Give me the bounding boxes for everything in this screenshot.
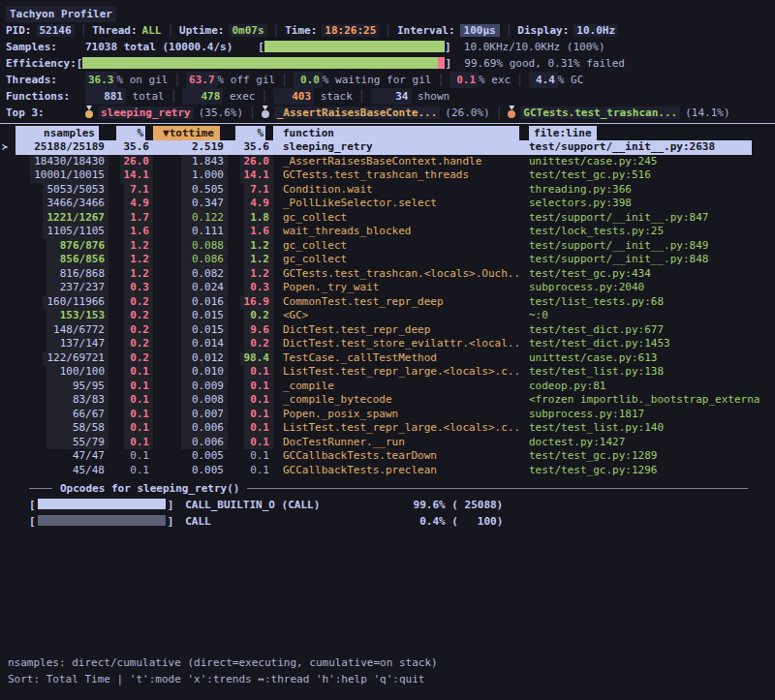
cell-tottime: 0.005 bbox=[181, 449, 228, 464]
table-row[interactable]: ≻ 25188/25189 35.6 2.519 35.6 sleeping_r… bbox=[0, 140, 775, 155]
table-row[interactable]: 55/79 0.1 0.006 0.1 DocTestRunner.__run … bbox=[0, 436, 775, 450]
cell-cumulative-pct: 0.1 bbox=[244, 393, 273, 408]
profile-table: nsamples % ▼tottime % function file:line… bbox=[0, 126, 775, 477]
cell-direct-pct: 26.0 bbox=[120, 155, 154, 169]
table-row[interactable]: 47/47 0.1 0.005 0.1 GCCallbackTests.tear… bbox=[0, 449, 775, 464]
table-row[interactable]: 148/6772 0.2 0.015 9.6 DictTest.test_rep… bbox=[0, 323, 775, 338]
table-row[interactable]: 160/11966 0.2 0.016 16.9 CommonTest.test… bbox=[0, 295, 775, 310]
cell-function: GCTests.test_trashcan.<locals>.Ouch... bbox=[273, 267, 521, 282]
column-header-pct2[interactable]: % bbox=[235, 126, 265, 140]
cell-cumulative-pct: 1.2 bbox=[244, 253, 273, 267]
cell-file-line: test/test_gc.py:434 bbox=[521, 267, 775, 282]
top3-entry: GCTests.test_trashcan...(14.1%)│ bbox=[508, 107, 748, 119]
cell-direct-pct: 0.2 bbox=[124, 309, 153, 323]
column-header-tottime-sorted[interactable]: ▼tottime bbox=[153, 126, 220, 140]
cell-nsamples: 100/100 bbox=[46, 365, 108, 380]
cell-direct-pct: 0.1 bbox=[124, 365, 153, 380]
table-row[interactable]: 816/868 1.2 0.082 1.2 GCTests.test_trash… bbox=[0, 267, 775, 282]
column-header-nsamples[interactable]: nsamples bbox=[16, 126, 99, 140]
cell-file-line: unittest/case.py:613 bbox=[521, 351, 775, 366]
cell-nsamples: 148/6772 bbox=[46, 323, 108, 338]
cell-cumulative-pct: 26.0 bbox=[240, 155, 274, 169]
table-row[interactable]: 100/100 0.1 0.010 0.1 ListTest.test_repr… bbox=[0, 365, 775, 380]
separator: │ bbox=[173, 74, 180, 86]
table-row[interactable]: 58/58 0.1 0.006 0.1 ListTest.test_repr_l… bbox=[0, 421, 775, 436]
column-header-pct[interactable]: % bbox=[116, 126, 145, 140]
opcode-stat: 99.6% ( 25088) bbox=[410, 498, 503, 514]
cell-tottime: 0.008 bbox=[181, 393, 228, 408]
cell-direct-pct: 0.2 bbox=[124, 351, 153, 366]
cell-nsamples: 856/856 bbox=[46, 253, 108, 267]
cell-tottime: 0.088 bbox=[181, 239, 228, 254]
table-row[interactable]: 45/48 0.1 0.005 0.1 GCCallbackTests.prec… bbox=[0, 464, 775, 478]
cell-direct-pct: 1.6 bbox=[124, 225, 153, 239]
cell-file-line: test/test_dict.py:1453 bbox=[521, 337, 775, 351]
table-row[interactable]: 237/237 0.3 0.024 0.3 Popen._try_wait su… bbox=[0, 281, 775, 295]
cell-file-line: codeop.py:81 bbox=[521, 380, 775, 394]
cell-nsamples: 83/83 bbox=[46, 393, 108, 408]
column-header-function[interactable]: function bbox=[273, 126, 519, 140]
cell-tottime: 0.082 bbox=[181, 267, 228, 282]
table-row[interactable]: 66/67 0.1 0.007 0.1 Popen._posix_spawn s… bbox=[0, 408, 775, 422]
samples-rate-bar bbox=[264, 41, 445, 52]
title-line: Tachyon Profiler bbox=[6, 6, 775, 22]
cell-nsamples: 3466/3466 bbox=[43, 197, 108, 211]
table-row[interactable]: 3466/3466 4.9 0.347 4.9 _PollLikeSelecto… bbox=[0, 197, 775, 211]
efficiency-text: 99.69% good, 0.31% failed bbox=[464, 57, 625, 70]
cell-nsamples: 58/58 bbox=[46, 421, 108, 436]
header-panel: Tachyon Profiler PID:52146│Thread:ALL│Up… bbox=[0, 0, 775, 121]
cell-tottime: 1.843 bbox=[181, 155, 228, 169]
status-item: Time:18:26:25│ bbox=[285, 24, 397, 37]
table-row[interactable]: 137/147 0.2 0.014 0.2 DictTest.test_stor… bbox=[0, 337, 775, 351]
column-header-file-line[interactable]: file:line bbox=[529, 126, 597, 140]
functions-stat: 478 exec│ bbox=[182, 90, 273, 103]
cell-cumulative-pct: 7.1 bbox=[244, 183, 273, 198]
cell-direct-pct: 4.9 bbox=[124, 197, 153, 211]
cell-tottime: 0.012 bbox=[181, 351, 228, 366]
cell-direct-pct: 0.1 bbox=[124, 449, 153, 464]
cell-direct-pct: 35.6 bbox=[120, 140, 154, 155]
separator: │ bbox=[281, 74, 288, 86]
separator: │ bbox=[437, 74, 444, 86]
cell-function: <GC> bbox=[273, 309, 521, 323]
table-row[interactable]: 1105/1105 1.6 0.111 1.6 wait_threads_blo… bbox=[0, 225, 775, 239]
cell-file-line: doctest.py:1427 bbox=[521, 436, 775, 450]
table-row[interactable]: 10001/10015 14.1 1.000 14.1 GCTests.test… bbox=[0, 168, 775, 183]
table-row[interactable]: 95/95 0.1 0.009 0.1 _compile codeop.py:8… bbox=[0, 380, 775, 394]
cell-function: DictTest.test_store_evilattr.<local... bbox=[273, 337, 521, 351]
cell-tottime: 1.000 bbox=[181, 168, 228, 183]
cell-function: DictTest.test_repr_deep bbox=[273, 323, 521, 338]
footer-keybindings: Sort: Total Time | 't':mode 'x':trends ↔… bbox=[8, 672, 438, 688]
cell-direct-pct: 1.2 bbox=[124, 253, 153, 267]
table-row[interactable]: 122/69721 0.2 0.012 98.4 TestCase._callT… bbox=[0, 351, 775, 366]
cell-tottime: 0.505 bbox=[181, 183, 228, 198]
opcode-row: []CALL_BUILTIN_O (CALL)99.6% ( 25088) bbox=[0, 498, 775, 514]
tachyon-profiler-app: { "chrome": { "sep": "│", "lbracket": "[… bbox=[0, 0, 775, 700]
table-row[interactable]: 5053/5053 7.1 0.505 7.1 Condition.wait t… bbox=[0, 183, 775, 198]
cell-cumulative-pct: 35.6 bbox=[240, 140, 274, 155]
cell-direct-pct: 1.2 bbox=[124, 267, 153, 282]
cell-tottime: 0.016 bbox=[181, 295, 228, 310]
status-item: Uptime:0m07s│ bbox=[179, 24, 285, 37]
table-row[interactable]: 153/153 0.2 0.015 0.2 <GC> ~:0 bbox=[0, 309, 775, 323]
cell-nsamples: 153/153 bbox=[46, 309, 108, 323]
cell-tottime: 0.007 bbox=[181, 408, 228, 422]
cell-tottime: 2.519 bbox=[181, 140, 228, 155]
table-row[interactable]: 876/876 1.2 0.088 1.2 gc_collect test/su… bbox=[0, 239, 775, 254]
cell-file-line: unittest/case.py:245 bbox=[521, 155, 775, 169]
table-row[interactable]: 1221/1267 1.7 0.122 1.8 gc_collect test/… bbox=[0, 211, 775, 226]
table-row[interactable]: 856/856 1.2 0.086 1.2 gc_collect test/su… bbox=[0, 253, 775, 267]
status-item: Thread:ALL│ bbox=[92, 24, 179, 37]
cell-function: wait_threads_blocked bbox=[273, 225, 521, 239]
table-row[interactable]: 18430/18430 26.0 1.843 26.0 _AssertRaise… bbox=[0, 155, 775, 169]
opcodes-list: []CALL_BUILTIN_O (CALL)99.6% ( 25088)[]C… bbox=[0, 498, 775, 530]
cell-file-line: <frozen importlib._bootstrap_externa bbox=[521, 393, 775, 408]
cell-function: ListTest.test_repr_large.<locals>.c... bbox=[273, 421, 521, 436]
separator: │ bbox=[262, 90, 268, 103]
cell-file-line: test/test_list.py:138 bbox=[521, 365, 775, 380]
cell-tottime: 0.024 bbox=[181, 281, 228, 295]
cell-file-line: test/lock_tests.py:25 bbox=[521, 225, 775, 239]
table-row[interactable]: 83/83 0.1 0.008 0.1 _compile_bytecode <f… bbox=[0, 393, 775, 408]
samples-value: 71038 total (10000.4/s) bbox=[85, 39, 232, 55]
cell-nsamples: 5053/5053 bbox=[43, 183, 108, 198]
